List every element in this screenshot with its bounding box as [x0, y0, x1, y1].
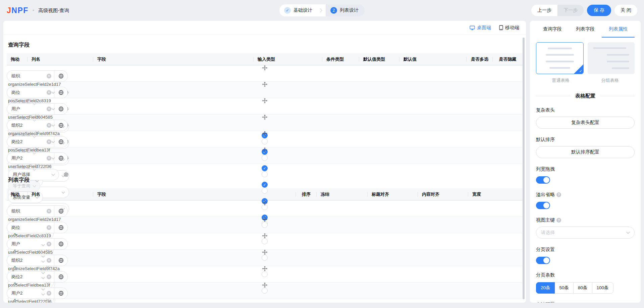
column-name-input[interactable]: [7, 258, 47, 263]
table-style-group-card[interactable]: [588, 42, 635, 74]
clear-icon[interactable]: ✕: [47, 107, 51, 111]
preview-line: [607, 61, 629, 62]
tab-query-fields[interactable]: 查询字段: [536, 21, 569, 38]
clear-icon[interactable]: ✕: [47, 74, 51, 78]
drag-handle-icon[interactable]: [262, 266, 267, 271]
clear-icon[interactable]: ✕: [47, 274, 51, 279]
clear-icon[interactable]: ✕: [47, 291, 51, 296]
tab-desktop[interactable]: 桌面端: [470, 25, 491, 31]
column-name-input[interactable]: [7, 225, 47, 230]
drag-handle-icon[interactable]: [262, 82, 267, 87]
translate-globe-button[interactable]: [54, 153, 67, 164]
clear-icon[interactable]: ✕: [47, 242, 51, 246]
clear-icon[interactable]: ✕: [47, 156, 51, 161]
clear-icon[interactable]: ✕: [47, 258, 51, 263]
pagination-label: 分页设置: [536, 247, 635, 253]
vertical-scrollbar-thumb[interactable]: [523, 38, 525, 299]
translate-globe-button[interactable]: [54, 239, 67, 249]
drag-handle-icon[interactable]: [262, 283, 267, 288]
page-size-80[interactable]: 80条: [573, 282, 592, 294]
tab-list-fields[interactable]: 列表字段: [569, 21, 602, 38]
translate-globe-button[interactable]: [54, 255, 67, 266]
translate-globe-button[interactable]: [54, 222, 67, 233]
clear-icon[interactable]: ✕: [47, 225, 51, 230]
query-table-row: ✕ userSelectField722f36 用户选择: [7, 147, 523, 164]
column-drag-toggle-on[interactable]: [536, 176, 550, 184]
divider-line: [536, 96, 571, 96]
default-sort-config-button[interactable]: 默认排序配置: [536, 146, 635, 158]
drag-handle-icon[interactable]: [262, 200, 267, 205]
name-cell: ✕: [7, 103, 523, 115]
translate-globe-button[interactable]: [54, 71, 67, 81]
step-list-design-label: 列表设计: [340, 7, 359, 13]
save-button[interactable]: 保 存: [587, 5, 611, 16]
translate-globe-button[interactable]: [54, 104, 67, 114]
clear-icon[interactable]: ✕: [47, 209, 51, 213]
table-style-normal-card[interactable]: ✓: [536, 42, 584, 74]
page-size-50[interactable]: 50条: [555, 282, 574, 294]
translate-globe-button[interactable]: [54, 288, 67, 299]
tab-list-properties[interactable]: 列表属性: [602, 21, 635, 38]
column-name-input[interactable]: [7, 139, 47, 144]
drag-handle-icon[interactable]: [262, 98, 267, 103]
clear-icon[interactable]: ✕: [47, 123, 51, 128]
column-name-input[interactable]: [7, 209, 47, 214]
col-header-width: 宽度: [468, 188, 523, 200]
column-name-input[interactable]: [7, 74, 47, 79]
globe-icon: [58, 106, 64, 112]
preview-line: [546, 54, 574, 56]
drag-handle-icon[interactable]: [262, 217, 267, 222]
translate-globe-button[interactable]: [54, 87, 67, 98]
drag-handle-icon[interactable]: [262, 65, 267, 70]
step-basic-design[interactable]: ✓ 基础设计: [279, 4, 315, 16]
pagination-toggle-on[interactable]: [536, 257, 550, 264]
next-step-button-disabled[interactable]: 下一步: [557, 5, 584, 16]
tab-mobile-label: 移动端: [505, 25, 519, 31]
drag-handle-icon[interactable]: [262, 115, 267, 120]
help-icon[interactable]: ?: [556, 218, 561, 223]
drag-handle-icon[interactable]: [262, 131, 267, 136]
drag-handle-icon[interactable]: [262, 250, 267, 255]
prev-step-button[interactable]: 上一步: [531, 5, 557, 16]
translate-globe-button[interactable]: [54, 136, 67, 147]
column-name-input[interactable]: [7, 123, 47, 128]
drag-cell: [7, 98, 523, 103]
overflow-ellipsis-toggle-on[interactable]: [536, 202, 550, 209]
col-header-name: 列名: [28, 188, 93, 200]
tab-mobile[interactable]: 移动端: [499, 25, 519, 31]
complex-header-config-button[interactable]: 复杂表头配置: [536, 117, 635, 129]
column-name-input[interactable]: [7, 291, 47, 296]
translate-globe-button[interactable]: [54, 271, 67, 282]
page-size-100[interactable]: 100条: [592, 282, 613, 294]
drag-handle-icon[interactable]: [262, 233, 267, 238]
translate-globe-button[interactable]: [54, 206, 67, 217]
step-list-design[interactable]: 2 列表设计: [326, 4, 365, 16]
translate-globe-button[interactable]: [54, 120, 67, 131]
chevron-down-icon: [627, 230, 630, 234]
logo-separator-dot: •: [33, 7, 35, 13]
divider-line: [600, 96, 635, 96]
clear-icon[interactable]: ✕: [47, 139, 51, 144]
column-name-input[interactable]: [7, 156, 47, 161]
view-primary-key-select[interactable]: 请选择: [536, 227, 635, 239]
chevron-down-icon: [52, 172, 55, 176]
drag-cell: [7, 147, 523, 152]
step-number-badge: 2: [330, 7, 337, 14]
column-name-input[interactable]: [7, 242, 47, 247]
drag-handle-icon[interactable]: [262, 147, 267, 152]
help-icon[interactable]: ?: [556, 192, 561, 197]
page-size-segmented-control: 20条 50条 80条 100条: [536, 282, 635, 294]
page-size-20[interactable]: 20条: [536, 282, 555, 294]
column-name-input[interactable]: [7, 274, 47, 280]
logo-letters-npf: NPF: [11, 6, 29, 15]
name-cell: ✕: [7, 70, 523, 82]
col-header-default-value: 默认值: [399, 53, 467, 65]
clear-icon[interactable]: ✕: [47, 90, 51, 95]
close-button[interactable]: 关 闭: [614, 5, 637, 16]
input-type-cell: 用户选择: [7, 169, 523, 180]
col-header-multi-select: 是否多选: [467, 53, 493, 65]
column-name-input[interactable]: [7, 107, 47, 112]
column-name-input-group: ✕: [7, 205, 68, 217]
overflow-ellipsis-label: 溢出省略 ?: [536, 192, 635, 198]
column-name-input[interactable]: [7, 90, 47, 95]
